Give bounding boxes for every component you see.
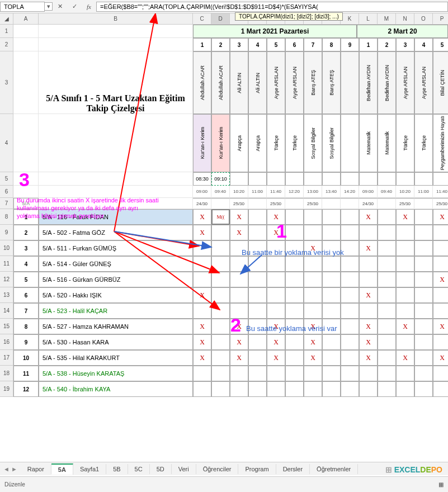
- cell[interactable]: X: [304, 319, 322, 334]
- name-box-dropdown[interactable]: ▾: [45, 2, 53, 11]
- sheet-tab[interactable]: Sayfa1: [73, 464, 106, 474]
- cell[interactable]: [322, 334, 341, 350]
- student-name[interactable]: 5/A - 538 - Hüseyin KARATAŞ: [39, 366, 193, 381]
- cell[interactable]: [433, 256, 448, 272]
- col-K[interactable]: K: [341, 13, 359, 25]
- col-D[interactable]: D: [211, 13, 230, 25]
- cell[interactable]: 09:10: [211, 172, 230, 186]
- cancel-formula[interactable]: ✕: [55, 3, 65, 10]
- cell[interactable]: [211, 225, 230, 240]
- cell[interactable]: [396, 172, 414, 186]
- cell[interactable]: [378, 240, 396, 256]
- sheet-tab[interactable]: 5A: [51, 463, 73, 475]
- cell[interactable]: [248, 381, 267, 397]
- col-M[interactable]: M: [378, 13, 396, 25]
- cell[interactable]: [248, 366, 267, 381]
- row-hdr[interactable]: 8: [0, 209, 13, 225]
- teacher[interactable]: Barış ATEŞ: [304, 51, 322, 114]
- subject[interactable]: Türkçe: [414, 114, 433, 172]
- cell[interactable]: X: [193, 287, 211, 303]
- cell[interactable]: [211, 240, 230, 256]
- row-num[interactable]: 4: [13, 256, 39, 272]
- period[interactable]: 5: [433, 38, 448, 51]
- cell[interactable]: [433, 287, 448, 303]
- cell[interactable]: [414, 240, 433, 256]
- sheet-tab[interactable]: Öğrenciler: [196, 464, 239, 474]
- teacher[interactable]: Ali ALTIN: [230, 51, 248, 114]
- cell[interactable]: [285, 209, 304, 225]
- row-hdr[interactable]: 14: [0, 303, 13, 319]
- cell[interactable]: [396, 272, 414, 287]
- macro-icon[interactable]: ▦: [438, 481, 444, 488]
- cell[interactable]: [341, 240, 359, 256]
- cell[interactable]: [285, 366, 304, 381]
- cell[interactable]: [267, 240, 285, 256]
- cell[interactable]: [322, 366, 341, 381]
- cell[interactable]: [248, 256, 267, 272]
- period[interactable]: 3: [230, 38, 248, 51]
- col-C[interactable]: C: [193, 13, 211, 25]
- row-num[interactable]: 1: [13, 209, 39, 225]
- cell[interactable]: 11:40: [433, 186, 448, 198]
- cell[interactable]: 25/30: [304, 198, 322, 209]
- sheet-tab[interactable]: 5B: [106, 464, 128, 474]
- cell[interactable]: [414, 198, 433, 209]
- student-name[interactable]: 5/A - 511 - Furkan GÜMÜŞ: [39, 240, 193, 256]
- cell[interactable]: [322, 209, 341, 225]
- cell[interactable]: [304, 287, 322, 303]
- cell[interactable]: [267, 287, 285, 303]
- subject[interactable]: Türkçe: [267, 114, 285, 172]
- period[interactable]: 2: [211, 38, 230, 51]
- cell[interactable]: [211, 381, 230, 397]
- col-B[interactable]: B: [39, 13, 193, 25]
- cell[interactable]: [304, 272, 322, 287]
- cell[interactable]: [193, 240, 211, 256]
- cell[interactable]: [341, 287, 359, 303]
- cell[interactable]: X: [267, 350, 285, 366]
- cell[interactable]: [322, 256, 341, 272]
- cell[interactable]: [285, 272, 304, 287]
- cell[interactable]: [414, 272, 433, 287]
- cell[interactable]: [285, 256, 304, 272]
- cell[interactable]: [322, 287, 341, 303]
- period[interactable]: 1: [359, 38, 378, 51]
- teacher[interactable]: Abdullah ACAR: [193, 51, 211, 114]
- cell[interactable]: [359, 172, 378, 186]
- subject[interactable]: Matematik: [378, 114, 396, 172]
- cell[interactable]: [322, 272, 341, 287]
- cell[interactable]: [341, 303, 359, 319]
- subject[interactable]: Peygamberimizin Hayatı: [433, 114, 448, 172]
- row-hdr[interactable]: 12: [0, 272, 13, 287]
- row-hdr[interactable]: 11: [0, 256, 13, 272]
- cell[interactable]: [433, 303, 448, 319]
- cell[interactable]: [285, 172, 304, 186]
- cell[interactable]: [285, 240, 304, 256]
- cell[interactable]: [378, 287, 396, 303]
- period[interactable]: 7: [304, 38, 322, 51]
- cell[interactable]: X: [230, 334, 248, 350]
- student-name[interactable]: 5/A - 535 - Hilal KARAKURT: [39, 350, 193, 366]
- sheet-tab[interactable]: 5C: [128, 464, 150, 474]
- cell[interactable]: [341, 256, 359, 272]
- cell[interactable]: [341, 366, 359, 381]
- col-O[interactable]: O: [414, 13, 433, 25]
- cell[interactable]: [414, 303, 433, 319]
- cell[interactable]: [378, 381, 396, 397]
- row-hdr[interactable]: 18: [0, 366, 13, 381]
- cell[interactable]: 24/30: [359, 198, 378, 209]
- cell[interactable]: [230, 240, 248, 256]
- teacher[interactable]: Ayşe ARSLAN: [285, 51, 304, 114]
- cell[interactable]: [433, 172, 448, 186]
- cell[interactable]: [359, 303, 378, 319]
- teacher[interactable]: Barış ATEŞ: [322, 51, 341, 114]
- student-name[interactable]: 5/A - 527 - Hamza KAHRAMAN: [39, 319, 193, 334]
- cell[interactable]: [341, 198, 359, 209]
- cell[interactable]: 14:20: [341, 186, 359, 198]
- subject[interactable]: Kur'an-ı Kerim: [193, 114, 211, 172]
- subject[interactable]: Türkçe: [285, 114, 304, 172]
- cell[interactable]: [322, 240, 341, 256]
- teacher[interactable]: Bedirhan AYDIN: [378, 51, 396, 114]
- cell[interactable]: [414, 225, 433, 240]
- cell[interactable]: [211, 287, 230, 303]
- subject[interactable]: Sosyal Bilgiler: [322, 114, 341, 172]
